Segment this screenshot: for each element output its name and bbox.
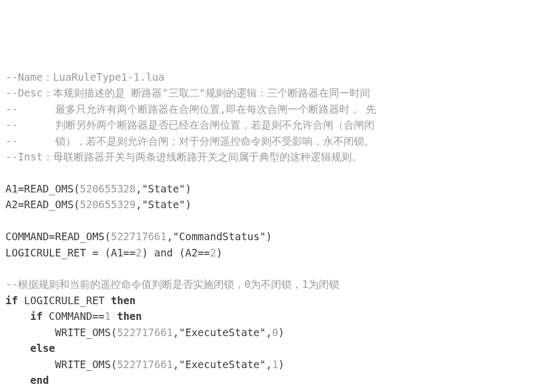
stmt-a2: A2=READ_OMS(520655329,"State")	[5, 198, 191, 210]
write-2: WRITE_OMS(522717661,"ExecuteState",1)	[5, 358, 285, 370]
if-outer: if LOGICRULE_RET then	[5, 294, 136, 306]
comment-name: --Name：LuaRuleType1-1.lua	[5, 71, 165, 83]
comment-desc-1: --Desc：本规则描述的是 断路器"三取二"规则的逻辑：三个断路器在同一时间	[5, 87, 370, 99]
end-inner: end	[5, 374, 49, 386]
comment-inst: --Inst：母联断路器开关与两条进线断路开关之间属于典型的这种逻辑规则。	[5, 151, 362, 163]
stmt-command: COMMAND=READ_OMS(522717661,"CommandStatu…	[5, 230, 272, 242]
code-block: --Name：LuaRuleType1-1.lua --Desc：本规则描述的是…	[5, 69, 537, 392]
write-1: WRITE_OMS(522717661,"ExecuteState",0)	[5, 326, 285, 338]
comment-inline: --根据规则和当前的遥控命令值判断是否实施闭锁，0为不闭锁，1为闭锁	[5, 278, 339, 290]
comment-desc-4: -- 锁），若不是则允许合闸；对于分闸遥控命令则不受影响，永不闭锁。	[5, 135, 375, 147]
if-inner: if COMMAND==1 then	[5, 310, 142, 322]
else-inner: else	[5, 342, 55, 354]
stmt-logicrule: LOGICRULE_RET = (A1==2) and (A2==2)	[5, 247, 222, 259]
stmt-a1: A1=READ_OMS(520655328,"State")	[5, 183, 191, 195]
comment-desc-3: -- 判断另外两个断路器是否已经在合闸位置，若是则不允许合闸（合闸闭	[5, 119, 375, 131]
else-outer: else	[5, 390, 30, 393]
comment-desc-2: -- 最多只允许有两个断路器在合闸位置,即在每次合闸一个断路器时， 先	[5, 103, 376, 115]
